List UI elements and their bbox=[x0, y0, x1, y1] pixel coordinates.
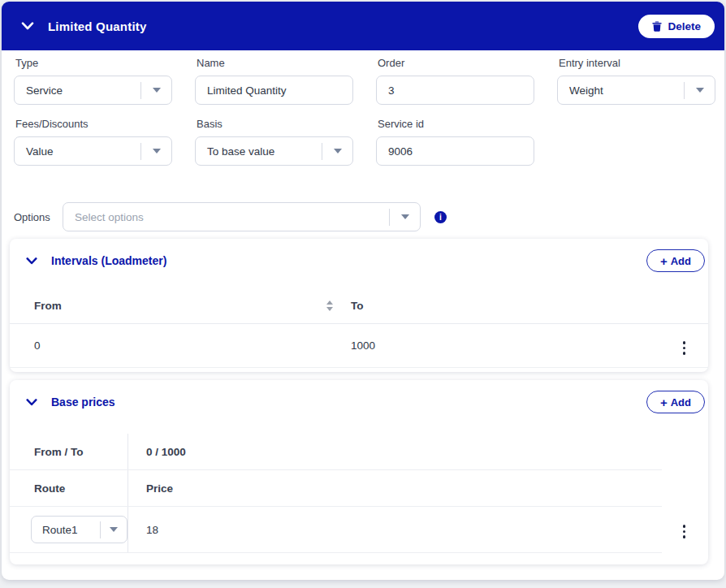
plus-icon: + bbox=[660, 396, 668, 409]
base-price-row: Route1 18 bbox=[10, 507, 662, 553]
field-entry-interval: Entry interval Weight bbox=[557, 57, 715, 105]
collapse-chevron-icon[interactable] bbox=[21, 22, 34, 30]
type-select-value: Service bbox=[15, 84, 140, 97]
plus-icon: + bbox=[660, 255, 668, 267]
chevron-down-icon bbox=[322, 149, 352, 153]
type-select[interactable]: Service bbox=[14, 76, 172, 105]
interval-from-cell: 0 bbox=[34, 339, 333, 352]
from-to-value: 0 / 1000 bbox=[146, 446, 186, 458]
from-to-value-cell: 0 / 1000 bbox=[128, 434, 662, 469]
base-prices-table: From / To 0 / 1000 Route Price Route1 bbox=[10, 434, 662, 553]
form-area: Type Service Name Order Entry interval W… bbox=[2, 50, 724, 231]
price-value-cell: 18 bbox=[128, 507, 662, 552]
field-label-entry-interval: Entry interval bbox=[559, 57, 715, 70]
field-label-order: Order bbox=[378, 57, 534, 70]
route-select-value: Route1 bbox=[32, 524, 100, 536]
collapse-chevron-icon[interactable] bbox=[26, 257, 37, 265]
from-to-label: From / To bbox=[34, 446, 84, 458]
field-order: Order bbox=[376, 57, 534, 105]
add-interval-button[interactable]: + Add bbox=[646, 249, 705, 272]
from-column-label: From bbox=[34, 300, 62, 312]
order-input[interactable] bbox=[376, 76, 534, 105]
field-label-name: Name bbox=[197, 57, 353, 70]
chevron-down-icon bbox=[685, 88, 715, 93]
service-id-input[interactable] bbox=[376, 136, 534, 166]
entry-interval-select[interactable]: Weight bbox=[557, 76, 715, 105]
field-label-service-id: Service id bbox=[378, 118, 534, 131]
add-base-price-label: Add bbox=[671, 396, 691, 409]
name-input[interactable] bbox=[195, 76, 353, 105]
options-row: Options Select options i bbox=[14, 202, 713, 231]
fees-discounts-select[interactable]: Value bbox=[14, 136, 172, 166]
intervals-panel-header: Intervals (Loadmeter) + Add bbox=[10, 239, 708, 272]
card-header: Limited Quantity Delete bbox=[2, 2, 724, 50]
interval-from-value: 0 bbox=[34, 339, 41, 352]
chevron-down-icon bbox=[141, 149, 171, 153]
fees-discounts-select-value: Value bbox=[15, 145, 140, 158]
intervals-panel-title: Intervals (Loadmeter) bbox=[51, 254, 166, 267]
field-label-fees-discounts: Fees/Discounts bbox=[15, 118, 172, 131]
field-type: Type Service bbox=[14, 57, 172, 105]
delete-button[interactable]: Delete bbox=[638, 15, 715, 38]
info-icon[interactable]: i bbox=[434, 211, 447, 223]
interval-to-value: 1000 bbox=[351, 339, 375, 352]
field-label-type: Type bbox=[15, 57, 172, 70]
delete-button-label: Delete bbox=[668, 20, 701, 32]
base-prices-panel-title: Base prices bbox=[51, 396, 115, 409]
limited-quantity-card: Limited Quantity Delete Type Service Nam… bbox=[2, 2, 724, 580]
chevron-down-icon bbox=[390, 214, 420, 219]
add-interval-label: Add bbox=[671, 255, 691, 267]
trash-icon bbox=[652, 21, 662, 32]
route-column-label: Route bbox=[34, 482, 65, 495]
basis-select[interactable]: To base value bbox=[195, 136, 353, 166]
base-prices-panel-header: Base prices + Add bbox=[10, 380, 708, 413]
price-value: 18 bbox=[146, 524, 158, 536]
route-price-header-row: Route Price bbox=[10, 470, 662, 507]
field-service-id: Service id bbox=[376, 118, 534, 166]
options-label: Options bbox=[14, 211, 63, 223]
chevron-down-icon bbox=[141, 88, 171, 93]
form-grid: Type Service Name Order Entry interval W… bbox=[14, 57, 713, 166]
add-base-price-button[interactable]: + Add bbox=[646, 391, 705, 413]
interval-row-menu-kebab-icon[interactable] bbox=[681, 339, 688, 357]
from-to-row: From / To 0 / 1000 bbox=[10, 434, 662, 470]
field-basis: Basis To base value bbox=[195, 118, 353, 166]
chevron-down-icon bbox=[101, 527, 127, 532]
route-select[interactable]: Route1 bbox=[31, 516, 127, 543]
route-label-cell: Route bbox=[10, 470, 128, 506]
base-price-row-menu-kebab-icon[interactable] bbox=[681, 523, 688, 540]
field-fees-discounts: Fees/Discounts Value bbox=[14, 118, 172, 166]
page-title: Limited Quantity bbox=[48, 19, 147, 33]
from-to-label-cell: From / To bbox=[10, 434, 128, 469]
price-label-cell: Price bbox=[128, 470, 662, 506]
interval-table-row: 0 1000 bbox=[10, 324, 708, 368]
collapse-chevron-icon[interactable] bbox=[26, 399, 37, 406]
options-placeholder: Select options bbox=[63, 211, 389, 223]
field-label-basis: Basis bbox=[197, 118, 353, 131]
intervals-table-header: From To bbox=[10, 300, 708, 324]
basis-select-value: To base value bbox=[196, 145, 322, 158]
entry-interval-select-value: Weight bbox=[558, 84, 684, 97]
sort-icon[interactable] bbox=[326, 300, 333, 311]
route-select-cell: Route1 bbox=[10, 507, 128, 552]
options-multiselect[interactable]: Select options bbox=[63, 202, 421, 231]
base-prices-panel: Base prices + Add From / To 0 / 1000 Rou… bbox=[10, 380, 708, 564]
price-column-label: Price bbox=[146, 482, 173, 495]
to-column-header[interactable]: To bbox=[351, 300, 364, 312]
from-column-header[interactable]: From bbox=[34, 300, 333, 312]
intervals-panel: Intervals (Loadmeter) + Add From To 0 10… bbox=[10, 239, 708, 372]
field-name: Name bbox=[195, 57, 353, 105]
